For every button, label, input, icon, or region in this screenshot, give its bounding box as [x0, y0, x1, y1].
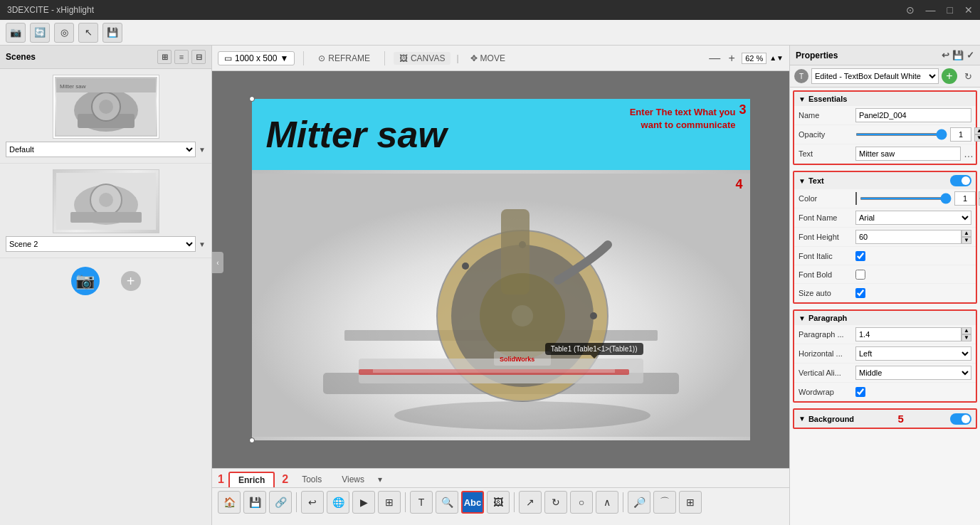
text-toggle[interactable]	[950, 175, 971, 186]
step2-number: 2	[282, 473, 288, 486]
background-header[interactable]: ▼ Background 5	[794, 410, 976, 428]
add-prop-btn[interactable]: +	[942, 68, 957, 84]
background-title: Background	[808, 415, 854, 423]
search-tool-btn[interactable]: 🔍	[436, 491, 458, 514]
canvas-viewport[interactable]: Mitter saw 3 Enter The text What you wan…	[212, 71, 789, 468]
zoom-in-btn[interactable]: +	[725, 52, 739, 65]
font-height-stepper: ▲ ▼	[961, 230, 971, 244]
move-btn[interactable]: ✥ MOVE	[465, 52, 511, 65]
add-scene-button[interactable]: +	[121, 271, 141, 291]
reframe-btn[interactable]: ⊙ REFRAME	[312, 52, 376, 65]
checkmark-prop-btn[interactable]: ✓	[966, 50, 974, 60]
sidebar-view-btn[interactable]: ⊞	[157, 50, 172, 64]
play-tool-btn[interactable]: ▶	[352, 491, 375, 514]
handle-bl[interactable]	[249, 438, 255, 443]
essentials-header[interactable]: ▼ Essentials	[794, 92, 976, 106]
opacity-down-btn[interactable]: ▼	[974, 134, 980, 142]
save-tool-btn[interactable]: 💾	[243, 491, 266, 514]
font-name-select[interactable]: Arial	[855, 211, 971, 225]
scene1-dropdown[interactable]: Default	[6, 142, 196, 157]
paragraph-header[interactable]: ▼ Paragraph	[794, 311, 976, 325]
color-slider[interactable]	[860, 197, 952, 200]
cursor-toolbar-btn[interactable]: ↖	[78, 23, 98, 43]
maximize-icon[interactable]: □	[947, 4, 953, 16]
sidebar-grid-btn[interactable]: ⊟	[191, 50, 206, 64]
sidebar-collapse-arrow[interactable]: ‹	[212, 252, 223, 273]
horizontal-select[interactable]: Left	[855, 346, 971, 361]
font-name-label: Font Name	[799, 213, 855, 222]
minimize-icon[interactable]: —	[926, 4, 936, 16]
restore-icon[interactable]: ✕	[964, 4, 973, 16]
image-tool-btn[interactable]: 🖼	[487, 491, 510, 514]
layers-toolbar-btn[interactable]: ◎	[54, 23, 74, 43]
zoom-tool-btn[interactable]: 🔎	[628, 491, 650, 514]
camera-toolbar-btn[interactable]: 📷	[6, 23, 26, 43]
text-row: Text …	[794, 144, 976, 164]
vertical-label: Vertical Ali...	[799, 368, 855, 377]
canvas-mode-btn[interactable]: 🖼 CANVAS	[394, 52, 451, 65]
save-toolbar-btn[interactable]: 💾	[102, 23, 122, 43]
svg-point-20	[590, 312, 597, 319]
size-auto-checkbox[interactable]	[855, 288, 865, 298]
slides-tool-btn[interactable]: ⊞	[378, 491, 401, 514]
scene2-thumbnail-svg	[56, 173, 156, 230]
polyline-tool-btn[interactable]: ∧	[596, 491, 618, 514]
font-height-input[interactable]	[855, 230, 961, 244]
para-up-btn[interactable]: ▲	[961, 327, 971, 334]
arrow-tool-btn[interactable]: ↗	[519, 491, 542, 514]
curve-tool-btn[interactable]: ⌒	[653, 491, 676, 514]
tab-views[interactable]: Views	[332, 472, 374, 487]
font-height-up-btn[interactable]: ▲	[961, 230, 971, 237]
titlebar: 3DEXCITE - xHighlight ⊙ — □ ✕	[0, 0, 980, 20]
globe-tool-btn[interactable]: 🌐	[327, 491, 349, 514]
font-bold-label: Font Bold	[799, 270, 855, 279]
font-bold-row: Font Bold	[794, 265, 976, 284]
step4-badge: 4	[735, 177, 742, 192]
table-tool-btn[interactable]: ⊞	[679, 491, 702, 514]
opacity-up-btn[interactable]: ▲	[974, 127, 980, 134]
font-bold-checkbox[interactable]	[855, 270, 865, 280]
sidebar-list-btn[interactable]: ≡	[174, 50, 189, 64]
share-tool-btn[interactable]: 🔗	[269, 491, 292, 514]
color-swatch[interactable]	[855, 192, 857, 205]
rotate-tool-btn[interactable]: ↻	[544, 491, 567, 514]
tab-tools[interactable]: Tools	[293, 472, 331, 487]
text-section-header[interactable]: ▼ Text	[794, 172, 976, 189]
object-select[interactable]: Edited - TextBox Default White	[811, 68, 939, 84]
tab-enrich[interactable]: Enrich	[228, 472, 275, 487]
text-dots-btn[interactable]: …	[964, 148, 974, 159]
name-input[interactable]	[855, 108, 971, 122]
canvas-size-btn[interactable]: ▭ 1000 x 500 ▼	[218, 51, 295, 65]
scene-thumbnail-2[interactable]	[53, 169, 159, 233]
circle-tool-btn[interactable]: ○	[570, 491, 593, 514]
scene-thumbnail-1[interactable]: Mitter saw	[53, 75, 159, 139]
refresh-prop-btn[interactable]: ↻	[960, 68, 976, 84]
vertical-select[interactable]: Middle	[855, 366, 971, 380]
paragraph-spacing-input[interactable]	[855, 327, 961, 341]
scene1-label-row: Default ▼	[6, 142, 206, 157]
opacity-num-input[interactable]: 1	[950, 127, 971, 142]
background-toggle[interactable]	[950, 413, 971, 425]
text-format-tool-btn[interactable]: T	[410, 491, 433, 514]
undo-tool-btn[interactable]: ↩	[301, 491, 324, 514]
text-input[interactable]	[855, 147, 961, 161]
zoom-out-btn[interactable]: —	[707, 52, 722, 65]
wordwrap-checkbox[interactable]	[855, 387, 865, 397]
home-tool-btn[interactable]: 🏠	[218, 491, 241, 514]
scene2-dropdown[interactable]: Scene 2	[6, 236, 196, 252]
add-camera-button[interactable]: 📷	[71, 267, 100, 295]
color-num-input[interactable]	[954, 191, 976, 206]
sidebar-add-row: 📷 +	[0, 258, 211, 304]
name-row: Name	[794, 106, 976, 125]
abc-tool-btn[interactable]: Abc	[461, 491, 484, 514]
zoom-arrow[interactable]: ▲▼	[769, 54, 784, 62]
undo-prop-btn[interactable]: ↩	[942, 50, 949, 60]
scene-toolbar-btn[interactable]: 🔄	[30, 23, 50, 43]
save-prop-btn[interactable]: 💾	[952, 50, 964, 60]
font-italic-checkbox[interactable]	[855, 251, 865, 261]
handle-tl[interactable]	[249, 96, 255, 102]
font-height-down-btn[interactable]: ▼	[961, 237, 971, 244]
more-tabs-btn[interactable]: ▾	[378, 474, 382, 484]
para-down-btn[interactable]: ▼	[961, 334, 971, 341]
opacity-slider[interactable]	[855, 133, 947, 136]
